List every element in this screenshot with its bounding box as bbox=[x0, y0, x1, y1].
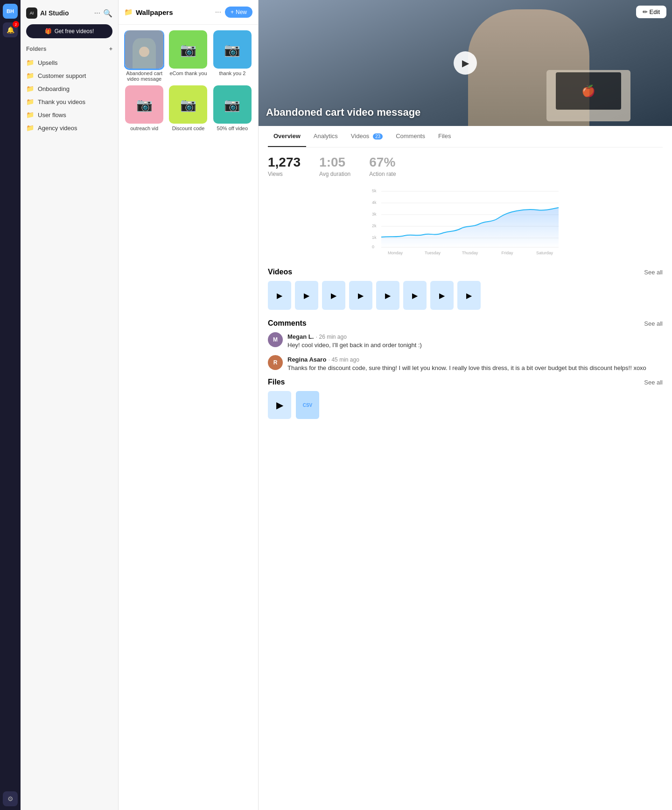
video-thumbnails-row: ▶▶▶▶▶▶▶▶ bbox=[268, 281, 663, 310]
files-section-header: Files See all bbox=[268, 378, 663, 386]
folders-label: Folders bbox=[26, 46, 46, 52]
video-thumb-2[interactable]: ▶ bbox=[322, 281, 345, 310]
search-icon[interactable]: 🔍 bbox=[103, 9, 112, 18]
add-folder-button[interactable]: + bbox=[109, 46, 112, 52]
tab-analytics[interactable]: Analytics bbox=[308, 126, 343, 147]
comment-avatar-0: M bbox=[268, 332, 283, 347]
comment-text-1: Thanks for the discount code, sure thing… bbox=[287, 364, 646, 371]
video-thumb-7[interactable]: ▶ bbox=[457, 281, 481, 310]
stat-views: 1,273 Views bbox=[268, 155, 301, 177]
folder-label: Customer support bbox=[38, 72, 86, 79]
tab-files[interactable]: Files bbox=[433, 126, 456, 147]
stat-duration: 1:05 Avg duration bbox=[319, 155, 350, 177]
sidebar-item-customer-support[interactable]: 📁Customer support bbox=[21, 69, 118, 82]
logo-icon: AI bbox=[26, 7, 37, 19]
comment-content-0: Megan L. · 26 min ago Hey! cool video, I… bbox=[287, 332, 422, 349]
new-button[interactable]: + New bbox=[225, 7, 252, 18]
comment-text-0: Hey! cool video, I'll get back in and or… bbox=[287, 342, 422, 349]
svg-text:0: 0 bbox=[372, 244, 374, 249]
file-video[interactable]: ▶ bbox=[268, 391, 291, 419]
views-value: 1,273 bbox=[268, 155, 301, 170]
comment-author-1: Regina Asaro · 45 min ago bbox=[287, 355, 646, 363]
video-hero: 🍎 ▶ Abandoned cart video message ✏ Edit bbox=[259, 0, 672, 126]
comments-section-header: Comments See all bbox=[268, 319, 663, 328]
svg-text:Thusday: Thusday bbox=[462, 251, 478, 255]
plus-icon: + bbox=[231, 9, 234, 15]
stats-row: 1,273 Views 1:05 Avg duration 67% Action… bbox=[268, 155, 663, 177]
sidebar-item-user-flows[interactable]: 📁User flows bbox=[21, 108, 118, 121]
action-rate-value: 67% bbox=[369, 155, 396, 170]
main-content: 📁 Wallpapers ··· + New Abandoned cart vi… bbox=[119, 0, 259, 810]
svg-text:5k: 5k bbox=[372, 189, 377, 193]
video-thumb-1[interactable]: ▶ bbox=[295, 281, 318, 310]
video-grid: Abandoned cart video message📷eCom thank … bbox=[119, 25, 258, 137]
video-thumb-0[interactable]: ▶ bbox=[268, 281, 291, 310]
video-thumb-3[interactable]: ▶ bbox=[349, 281, 372, 310]
video-grid-item-outreach-vid[interactable]: 📷outreach vid bbox=[124, 85, 164, 131]
nav-sidebar: AI AI Studio ··· 🔍 🎁 Get free videos! Fo… bbox=[21, 0, 119, 810]
get-free-button[interactable]: 🎁 Get free videos! bbox=[26, 24, 112, 38]
comment-item-1: R Regina Asaro · 45 min ago Thanks for t… bbox=[268, 355, 663, 371]
video-grid-item-ecom-thank-you[interactable]: 📷eCom thank you bbox=[168, 30, 208, 82]
notification-icon[interactable]: 🔔 2 bbox=[3, 22, 18, 37]
stat-action-rate: 67% Action rate bbox=[369, 155, 396, 177]
nav-top: AI AI Studio ··· 🔍 bbox=[21, 6, 118, 24]
video-grid-item-50-off-video[interactable]: 📷50% off video bbox=[212, 85, 252, 131]
svg-text:3k: 3k bbox=[372, 212, 377, 216]
edit-icon: ✏ bbox=[643, 8, 648, 15]
settings-button[interactable]: ⚙ bbox=[3, 791, 18, 806]
folder-icon: 📁 bbox=[26, 111, 34, 119]
folder-label: Onboarding bbox=[38, 85, 70, 92]
files-section-title: Files bbox=[268, 378, 285, 386]
chart-area: 5k 4k 3k 2k 1k 0 bbox=[268, 187, 663, 258]
folder-icon: 📁 bbox=[26, 85, 34, 92]
tab-badge-videos: 23 bbox=[373, 133, 383, 140]
nav-actions: ··· 🔍 bbox=[94, 9, 112, 18]
gear-icon: ⚙ bbox=[7, 795, 14, 803]
grid-folder-name: 📁 Wallpapers bbox=[124, 8, 173, 16]
play-button[interactable]: ▶ bbox=[454, 51, 477, 75]
file-csv[interactable]: CSV bbox=[296, 391, 319, 419]
folder-label: Agency videos bbox=[38, 125, 77, 132]
video-thumb-4[interactable]: ▶ bbox=[376, 281, 399, 310]
video-grid-item-discount-code[interactable]: 📷Discount code bbox=[168, 85, 208, 131]
comment-item-0: M Megan L. · 26 min ago Hey! cool video,… bbox=[268, 332, 663, 349]
files-see-all[interactable]: See all bbox=[644, 379, 663, 386]
sidebar-item-upsells[interactable]: 📁Upsells bbox=[21, 56, 118, 69]
tab-overview[interactable]: Overview bbox=[268, 126, 306, 147]
svg-text:Saturday: Saturday bbox=[536, 251, 553, 255]
comments-list: M Megan L. · 26 min ago Hey! cool video,… bbox=[268, 332, 663, 371]
sidebar-item-thank-you-videos[interactable]: 📁Thank you videos bbox=[21, 95, 118, 108]
grid-header: 📁 Wallpapers ··· + New bbox=[119, 0, 258, 25]
folder-icon: 📁 bbox=[26, 98, 34, 105]
detail-body: OverviewAnalyticsVideos 23CommentsFiles … bbox=[259, 126, 672, 428]
brand-icon: BH bbox=[3, 4, 18, 19]
sidebar-item-onboarding[interactable]: 📁Onboarding bbox=[21, 82, 118, 95]
header-actions: ··· + New bbox=[215, 7, 252, 18]
comment-author-0: Megan L. · 26 min ago bbox=[287, 332, 422, 341]
folder-icon: 📁 bbox=[26, 59, 34, 66]
video-thumb-6[interactable]: ▶ bbox=[430, 281, 454, 310]
folder-list: 📁Upsells📁Customer support📁Onboarding📁Tha… bbox=[21, 56, 118, 134]
folder-icon: 📁 bbox=[26, 124, 34, 132]
grid-more-icon[interactable]: ··· bbox=[215, 8, 221, 16]
folder-icon: 📁 bbox=[124, 8, 133, 16]
tab-comments[interactable]: Comments bbox=[390, 126, 431, 147]
video-thumb-5[interactable]: ▶ bbox=[403, 281, 427, 310]
notification-badge: 2 bbox=[13, 21, 19, 28]
action-rate-label: Action rate bbox=[369, 171, 396, 177]
svg-text:Friday: Friday bbox=[501, 251, 513, 255]
videos-see-all[interactable]: See all bbox=[644, 269, 663, 276]
more-icon[interactable]: ··· bbox=[94, 9, 100, 18]
video-grid-item-abandoned-cart[interactable]: Abandoned cart video message bbox=[124, 30, 164, 82]
sidebar-item-agency-videos[interactable]: 📁Agency videos bbox=[21, 121, 118, 134]
svg-text:4k: 4k bbox=[372, 200, 377, 205]
folder-icon: 📁 bbox=[26, 72, 34, 79]
svg-text:2k: 2k bbox=[372, 223, 377, 228]
edit-button[interactable]: ✏ Edit bbox=[636, 6, 666, 18]
folders-header: Folders + bbox=[21, 46, 118, 56]
video-grid-item-thank-you-2[interactable]: 📷thank you 2 bbox=[212, 30, 252, 82]
comment-content-1: Regina Asaro · 45 min ago Thanks for the… bbox=[287, 355, 646, 371]
tab-videos[interactable]: Videos 23 bbox=[345, 126, 388, 147]
comments-see-all[interactable]: See all bbox=[644, 320, 663, 327]
